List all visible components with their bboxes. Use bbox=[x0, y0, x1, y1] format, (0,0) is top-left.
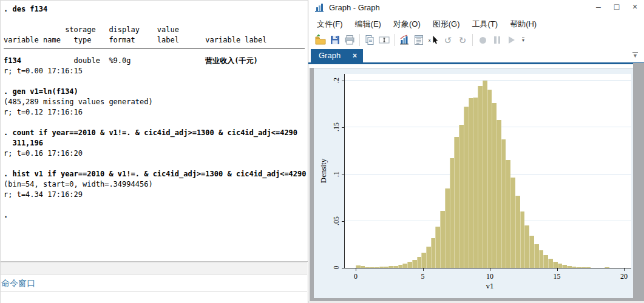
log-button[interactable] bbox=[412, 33, 426, 47]
histogram-bar bbox=[515, 196, 520, 268]
y-tick bbox=[342, 81, 344, 81]
results-line bbox=[4, 200, 304, 210]
save-floppy-icon bbox=[329, 34, 341, 46]
results-horizontal-scrollbar[interactable] bbox=[1, 262, 307, 275]
x-axis-title: v1 bbox=[478, 281, 502, 291]
results-line bbox=[4, 15, 304, 25]
histogram-bar bbox=[543, 255, 548, 268]
results-line: . count if year==2010 & v1!=. & cic4id_a… bbox=[4, 128, 304, 138]
histogram-bar bbox=[412, 260, 417, 268]
record-button[interactable] bbox=[475, 33, 490, 47]
menu-item-5[interactable]: 帮助(H) bbox=[504, 16, 543, 32]
x-tick bbox=[423, 268, 424, 271]
graph-tab-bar: Graph × ▼ bbox=[308, 48, 644, 62]
playback-more-button[interactable]: ▾ bbox=[519, 33, 527, 47]
tab-close-icon[interactable]: × bbox=[353, 49, 357, 62]
histogram-bar bbox=[548, 259, 553, 268]
x-tick bbox=[490, 268, 490, 271]
gridline bbox=[345, 80, 631, 81]
redo-button[interactable]: ↻ bbox=[455, 33, 470, 47]
graph-canvas: 051015200.05.1.15.2 v1 Density bbox=[314, 68, 633, 299]
tab-list-dropdown-icon[interactable]: ▼ bbox=[632, 52, 638, 58]
histogram-bar bbox=[473, 98, 478, 268]
toolbar-separator bbox=[394, 34, 395, 46]
minimize-button[interactable]: – bbox=[591, 0, 606, 15]
histogram-bar bbox=[506, 160, 510, 268]
graph-editor-pointer-button[interactable]: x bbox=[426, 33, 441, 47]
undo-button[interactable]: ↺ bbox=[441, 33, 455, 47]
histogram-bar bbox=[558, 264, 563, 268]
histogram-bar bbox=[534, 244, 539, 268]
graph-canvas-area: 051015200.05.1.15.2 v1 Density bbox=[308, 64, 644, 303]
open-folder-icon bbox=[314, 34, 327, 46]
new-graph-button[interactable] bbox=[397, 33, 412, 47]
y-tick bbox=[342, 268, 344, 268]
canvas-frame-left bbox=[310, 68, 314, 301]
histogram-bar bbox=[445, 188, 450, 268]
record-icon bbox=[480, 37, 486, 44]
canvas-frame-right[interactable] bbox=[633, 63, 644, 301]
y-tick bbox=[342, 175, 344, 175]
y-tick-label: 0 bbox=[332, 258, 341, 278]
results-line: . hist v1 if year==2010 & v1!=. & cic4id… bbox=[4, 169, 304, 179]
maximize-button[interactable]: □ bbox=[609, 0, 624, 15]
histogram-plot-area bbox=[344, 74, 631, 268]
svg-text:x: x bbox=[429, 38, 431, 42]
histogram-bar bbox=[459, 125, 464, 268]
tab-graph[interactable]: Graph × bbox=[311, 49, 363, 62]
copy-button[interactable] bbox=[362, 33, 377, 47]
pause-button[interactable] bbox=[490, 33, 504, 47]
x-tick-label: 5 bbox=[414, 272, 432, 281]
results-line bbox=[4, 159, 304, 169]
print-icon bbox=[344, 34, 356, 46]
play-icon bbox=[509, 36, 515, 44]
histogram-bar bbox=[421, 253, 426, 268]
print-button[interactable] bbox=[342, 33, 357, 47]
close-button[interactable]: × bbox=[628, 0, 642, 15]
graph-window: Graph - Graph – □ × 文件(F)编辑(E)对象(O)图形(G)… bbox=[308, 0, 644, 303]
histogram-bar bbox=[454, 137, 459, 268]
stata-graph-icon bbox=[314, 3, 325, 13]
save-button[interactable] bbox=[328, 33, 342, 47]
play-button[interactable] bbox=[504, 33, 519, 47]
histogram-bar bbox=[407, 262, 412, 268]
open-button[interactable] bbox=[313, 33, 328, 47]
graph-window-titlebar[interactable]: Graph - Graph – □ × bbox=[308, 0, 644, 16]
results-line bbox=[4, 76, 304, 87]
toolbar: x ↺ ↻ ▾ bbox=[313, 32, 527, 48]
x-tick-label: 15 bbox=[548, 272, 566, 281]
results-line: variable name type format label variable… bbox=[4, 35, 304, 45]
results-table-rule bbox=[4, 45, 304, 56]
histogram-bar bbox=[497, 120, 501, 268]
histogram-bar bbox=[440, 211, 445, 268]
menu-item-3[interactable]: 图形(G) bbox=[427, 16, 466, 32]
results-line: (bin=54, start=0, width=.34994456) bbox=[4, 179, 304, 190]
histogram-bar bbox=[487, 90, 492, 268]
menu-item-4[interactable]: 工具(T) bbox=[466, 16, 504, 32]
histogram-bar bbox=[510, 178, 515, 268]
command-pane-title: 命令窗口 bbox=[1, 275, 307, 292]
histogram-bar bbox=[553, 262, 558, 268]
menu-item-0[interactable]: 文件(F) bbox=[311, 16, 349, 32]
command-pane-title-label: 命令窗口 bbox=[1, 278, 35, 288]
toolbar-separator bbox=[472, 34, 473, 46]
menu-bar: 文件(F)编辑(E)对象(O)图形(G)工具(T)帮助(H) bbox=[311, 16, 543, 32]
histogram-bar bbox=[435, 227, 440, 268]
menu-item-1[interactable]: 编辑(E) bbox=[349, 16, 387, 32]
histogram-bar bbox=[450, 158, 455, 268]
results-line bbox=[4, 118, 304, 128]
undo-icon: ↺ bbox=[444, 36, 452, 45]
stata-results-pane: . des f134 storage display valuevariable… bbox=[0, 0, 308, 303]
histogram-bar bbox=[431, 238, 436, 268]
y-axis-title: Density bbox=[319, 153, 328, 189]
command-input[interactable] bbox=[1, 292, 307, 303]
y-tick-label: .1 bbox=[332, 164, 341, 184]
rename-button[interactable] bbox=[377, 33, 391, 47]
histogram-bar bbox=[464, 107, 469, 268]
menu-item-2[interactable]: 对象(O) bbox=[387, 16, 427, 32]
y-tick-label: .05 bbox=[332, 210, 341, 231]
x-axis-line bbox=[344, 268, 631, 268]
y-tick bbox=[342, 221, 344, 222]
results-line: . bbox=[4, 210, 304, 221]
y-tick-label: .2 bbox=[332, 70, 341, 91]
